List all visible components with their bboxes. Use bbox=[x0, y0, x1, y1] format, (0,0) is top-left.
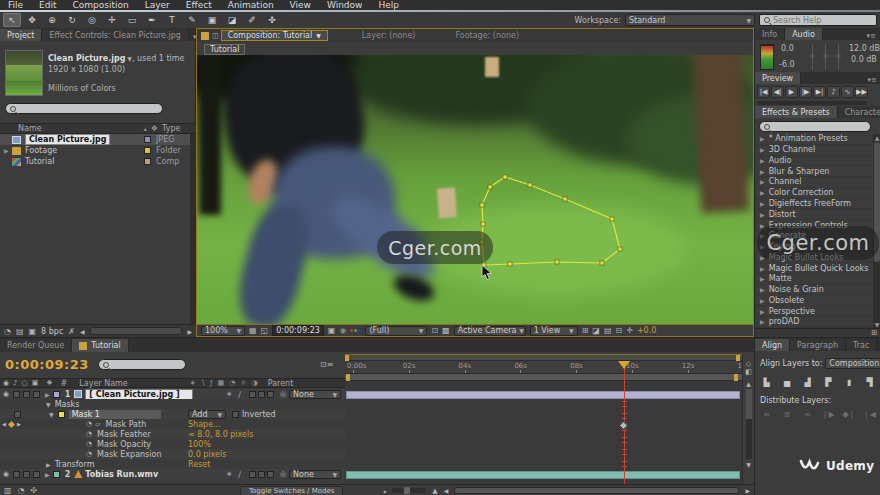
column-parent[interactable]: Parent bbox=[268, 379, 294, 388]
hscroll-right-icon[interactable]: ▶ bbox=[745, 487, 750, 494]
twirl-icon[interactable]: ▼ bbox=[49, 411, 54, 418]
solo-toggle[interactable] bbox=[23, 471, 30, 478]
safe-margins-icon[interactable]: ◱ bbox=[261, 326, 269, 335]
label-swatch[interactable] bbox=[144, 158, 151, 165]
timeline-row[interactable]: ▼Masks bbox=[0, 399, 345, 409]
group-name[interactable]: Masks bbox=[55, 400, 80, 409]
twirl-icon[interactable]: ▶ bbox=[4, 147, 12, 154]
fast-preview-icon[interactable]: ◪ bbox=[592, 326, 600, 335]
effects-category[interactable]: ▶Distort bbox=[755, 209, 873, 220]
lock-icon[interactable]: ◫ bbox=[212, 32, 219, 40]
project-hscrollbar[interactable] bbox=[90, 327, 183, 335]
transparency-grid-icon[interactable]: ▩ bbox=[442, 326, 450, 335]
property-value[interactable]: Shape... bbox=[188, 420, 221, 429]
pan-behind-tool[interactable]: ✛ bbox=[103, 13, 121, 27]
mask-vertex[interactable] bbox=[555, 260, 559, 264]
zoom-tool[interactable]: ⊕ bbox=[43, 13, 61, 27]
label-swatch[interactable] bbox=[144, 136, 151, 143]
prev-keyframe-icon[interactable]: ◀ bbox=[2, 421, 6, 427]
mask-vertex[interactable] bbox=[480, 203, 484, 207]
mask-vertex[interactable] bbox=[618, 247, 622, 251]
stopwatch-icon[interactable]: ◔ bbox=[86, 420, 92, 428]
flowchart-icon[interactable]: ⊟ bbox=[615, 326, 622, 335]
work-area-bar[interactable] bbox=[345, 374, 742, 381]
twirl-icon[interactable]: ▶ bbox=[45, 471, 50, 478]
new-animation-preset-icon[interactable]: ⊞ bbox=[871, 329, 877, 337]
stopwatch-icon[interactable]: ◔ bbox=[86, 430, 92, 438]
twirl-icon[interactable]: ▶ bbox=[760, 189, 765, 196]
group-name[interactable]: Transform bbox=[55, 460, 95, 469]
property-value[interactable]: Reset bbox=[188, 460, 210, 469]
property-name[interactable]: Mask Path bbox=[106, 420, 147, 429]
bpc-button[interactable]: 8 bpc bbox=[41, 327, 63, 336]
timeline-search-box[interactable] bbox=[98, 359, 186, 370]
menu-effect[interactable]: Effect bbox=[178, 0, 220, 10]
mask-path-overlay[interactable] bbox=[197, 55, 753, 324]
expand-layers-icon[interactable]: ▥ bbox=[4, 486, 12, 495]
parent-dropdown[interactable]: None▼ bbox=[289, 390, 341, 399]
distribute-bottom-icon[interactable]: ≡ bbox=[800, 408, 815, 420]
tab-trac[interactable]: Trac bbox=[846, 339, 877, 351]
pixel-aspect-icon[interactable]: ⊞ bbox=[582, 326, 589, 335]
distribute-vcenter-icon[interactable]: ≣ bbox=[780, 408, 795, 420]
property-value[interactable]: ∞ 8.0, 8.0 pixels bbox=[188, 430, 253, 439]
distribute-top-icon[interactable]: ≡ bbox=[759, 408, 774, 420]
tab-preview[interactable]: Preview bbox=[755, 72, 801, 84]
view-layout-dropdown[interactable]: 1 View▼ bbox=[530, 326, 578, 336]
tab-composition-tutorial[interactable]: Composition: Tutorial▼ bbox=[221, 30, 328, 41]
tab-layer-none-[interactable]: Layer: (none) bbox=[356, 30, 422, 41]
twirl-icon[interactable]: ▶ bbox=[760, 275, 765, 282]
eraser-tool[interactable]: ◪ bbox=[223, 13, 241, 27]
tab-tutorial[interactable]: Tutorial bbox=[72, 339, 128, 352]
twirl-icon[interactable]: ▶ bbox=[760, 308, 765, 315]
property-name[interactable]: Mask Feather bbox=[97, 430, 151, 439]
time-ruler[interactable]: 0:00s02s04s06s08s10s12s14s bbox=[345, 361, 742, 374]
audio-toggle[interactable] bbox=[13, 471, 20, 478]
align-left-icon[interactable]: ▙ bbox=[759, 376, 774, 388]
mask-vertex[interactable] bbox=[503, 175, 507, 179]
audio-toggle[interactable] bbox=[13, 391, 20, 398]
timeline-zoom-slider[interactable] bbox=[392, 488, 426, 493]
roto-brush-tool[interactable]: ✐ bbox=[243, 13, 261, 27]
shield-icon[interactable]: ◇ bbox=[743, 360, 754, 368]
lock-toggle[interactable] bbox=[33, 391, 40, 398]
effects-category[interactable]: ▶* Animation Presets bbox=[755, 134, 873, 145]
tab-audio[interactable]: Audio bbox=[785, 28, 823, 40]
panel-menu-icon[interactable]: ▾≡ bbox=[864, 76, 880, 84]
parent-dropdown[interactable]: None▼ bbox=[289, 470, 341, 479]
layer-duration-bar[interactable] bbox=[346, 471, 740, 479]
mask-vertex[interactable] bbox=[528, 183, 532, 187]
effects-category[interactable]: ▶Magic Bullet Quick Looks bbox=[755, 263, 873, 274]
distribute-left-icon[interactable]: ❘▶ bbox=[821, 408, 836, 420]
timeline-row[interactable]: ◀▶◔▱Mask PathShape... bbox=[0, 419, 345, 429]
selection-tool[interactable]: ↖ bbox=[3, 13, 21, 27]
twirl-icon[interactable]: ▶ bbox=[760, 168, 765, 175]
tab-info[interactable]: Info bbox=[755, 28, 785, 40]
eye-icon[interactable]: ◉ bbox=[3, 470, 9, 478]
menu-edit[interactable]: Edit bbox=[31, 0, 64, 10]
layer-name-edit[interactable]: [ Clean Picture.jpg ] bbox=[85, 389, 193, 400]
project-list-header[interactable]: Name ▴ ❖ Type bbox=[0, 123, 196, 134]
tab-paragraph[interactable]: Paragraph bbox=[790, 339, 846, 351]
twirl-icon[interactable]: ▶ bbox=[46, 461, 51, 468]
label-swatch[interactable] bbox=[144, 147, 151, 154]
type-tool[interactable]: T bbox=[163, 13, 181, 27]
label-swatch[interactable] bbox=[53, 391, 60, 398]
timeline-vscrollbar[interactable] bbox=[746, 389, 752, 459]
twirl-icon[interactable]: ▶ bbox=[760, 146, 765, 153]
twirl-icon[interactable]: ▶ bbox=[760, 211, 765, 218]
delete-icon[interactable]: ✗ bbox=[68, 327, 75, 336]
align-hcenter-icon[interactable]: ▅ bbox=[780, 376, 795, 388]
effects-category[interactable]: ▶Audio bbox=[755, 156, 873, 167]
playhead-marker[interactable] bbox=[618, 361, 630, 375]
switch-cell[interactable] bbox=[267, 391, 274, 398]
menu-layer[interactable]: Layer bbox=[137, 0, 178, 10]
quality-icon[interactable]: ∗ bbox=[226, 470, 232, 478]
twirl-icon[interactable]: ▼ bbox=[46, 401, 51, 408]
item-name-edit[interactable]: Clean Picture.jpg bbox=[25, 134, 110, 145]
resolution-dropdown[interactable]: (Full)▼ bbox=[365, 326, 427, 336]
twirl-icon[interactable]: ▶ bbox=[760, 265, 765, 272]
panel-menu-icon[interactable]: ▾≡ bbox=[863, 32, 880, 40]
mask-vertex[interactable] bbox=[610, 217, 614, 221]
eye-icon[interactable]: ◉ bbox=[3, 390, 9, 398]
